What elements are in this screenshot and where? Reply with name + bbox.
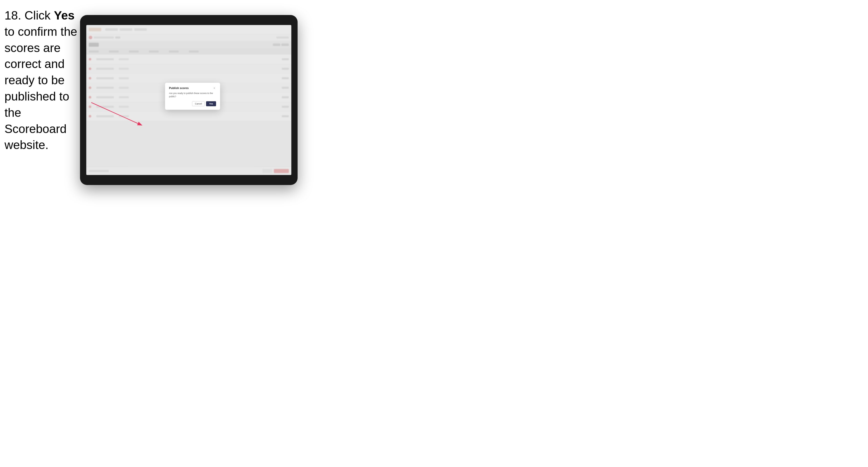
modal-footer: Cancel Yes	[169, 101, 216, 106]
yes-button[interactable]: Yes	[206, 101, 216, 106]
modal-body-text: Are you ready to publish these scores to…	[169, 92, 216, 98]
tablet-screen: Publish scores × Are you ready to publis…	[86, 25, 291, 175]
publish-scores-dialog: Publish scores × Are you ready to publis…	[165, 83, 220, 110]
modal-close-button[interactable]: ×	[213, 86, 216, 90]
tablet-device: Publish scores × Are you ready to publis…	[80, 15, 298, 185]
cancel-button[interactable]: Cancel	[192, 101, 205, 106]
yes-emphasis: Yes	[54, 9, 74, 22]
modal-overlay: Publish scores × Are you ready to publis…	[86, 25, 291, 175]
instruction-text: 18. Click Yes to confirm the scores are …	[4, 7, 80, 153]
modal-header: Publish scores ×	[169, 86, 216, 90]
modal-title: Publish scores	[169, 87, 189, 90]
